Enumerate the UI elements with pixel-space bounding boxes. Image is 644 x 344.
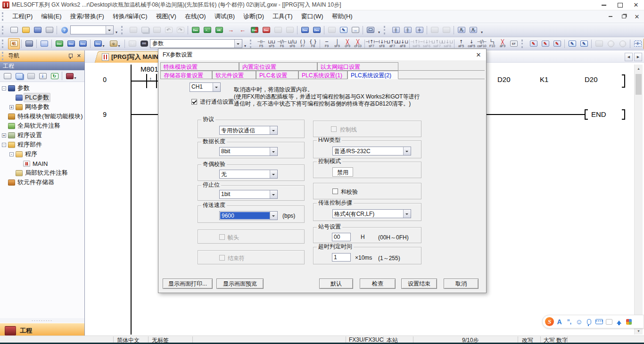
check-button[interactable]: 检查 [360,278,396,289]
dialog-tab-软元件设置[interactable]: 软元件设置 [212,71,256,79]
tree-item-local-device-comment[interactable]: 局部软元件注释 [0,168,84,178]
dialog-tab-存储器容量设置[interactable]: 存储器容量设置 [160,71,212,79]
ladder-symbol-aF9-button[interactable]: ╳aF9 [497,38,508,49]
row-delete-icon[interactable]: ╫ [402,25,413,36]
comment-display-icon[interactable]: 凡 [455,25,467,36]
write-to-plc-icon[interactable]: → [225,25,237,36]
mdi-close-button[interactable]: ✕ [633,13,641,20]
cancel-button[interactable]: 取消 [444,278,479,289]
preview-window-button[interactable]: 显示画面预览 [216,278,264,289]
menu-item-view[interactable]: 视图(V) [152,10,181,23]
ladder-symbol-aF5-button[interactable]: ↑aF5 [456,38,466,49]
dialog-tab-以太网端口设置[interactable]: 以太网端口设置 [317,62,398,71]
scroll-up-icon[interactable]: ▲ [635,65,643,72]
tab-scroll-right-icon[interactable]: ▶ [634,53,642,61]
menu-item-help[interactable]: 帮助(H) [328,10,357,23]
ladder-symbol-caF5-button[interactable]: ↓caF5 [466,38,477,49]
maximize-button[interactable] [612,0,628,10]
ladder-symbol-sF6-button[interactable]: ⊔/⊔sF6 [287,38,297,49]
copy-data-icon[interactable] [13,70,25,82]
collapse-icon[interactable]: - [2,86,6,90]
module-config-icon[interactable] [23,38,35,49]
sort-icon[interactable]: ▾ [64,70,79,82]
data-length-select[interactable]: 8bit [219,147,278,156]
collapse-icon[interactable]: - [2,143,6,147]
read-from-plc-icon[interactable]: ← [237,25,248,36]
wire-mode-icon[interactable]: ⊣⊢ [632,38,644,49]
menu-item-debug[interactable]: 调试(B) [210,10,239,23]
protocol-format-select[interactable]: 格式4(有CR,LF) [332,209,411,218]
ladder-symbol-cF10-button[interactable]: ╳cF10 [353,38,363,49]
row-insert-icon[interactable]: ╫ [390,25,402,36]
dialog-tab-PLC名设置[interactable]: PLC名设置 [256,71,298,79]
emoji-picker-icon[interactable]: ☺ [574,317,584,327]
watch-register-icon[interactable]: Dev [299,25,311,36]
tree-item-program[interactable]: -程序 [0,149,84,159]
ladder-symbol-F6-button[interactable]: ⊣/⊢F6 [277,38,287,49]
ladder-symbol-caF10-button[interactable]: ⊣/⊢caF10 [477,38,487,49]
voice-input-icon[interactable] [584,317,594,327]
tree-item-parameter[interactable]: -参数 [0,83,84,93]
comm-setting-checkbox[interactable] [191,99,197,105]
mdi-minimize-button[interactable] [606,13,615,20]
statement-edit-icon[interactable]: ✎ [566,38,578,49]
dropdown-icon[interactable]: ▾ [102,39,106,49]
punctuation-icon[interactable]: ”, [564,317,574,327]
note-icon[interactable]: ✎ [338,25,349,36]
dropdown-icon[interactable] [270,212,277,220]
jump-icon[interactable]: → [349,25,361,36]
ladder-symbol-cF9-button[interactable]: ╳cF9 [342,38,353,49]
quick-access-combo[interactable] [70,25,114,34]
ladder-symbol-F8-button[interactable]: { }F8 [308,38,318,49]
tree-item-main[interactable]: MAIN [0,159,84,168]
station-input[interactable]: 00 [332,233,351,241]
menu-item-tool[interactable]: 工具(T) [268,10,297,23]
ladder-edit-contact-icon[interactable]: ✎ [539,38,551,49]
dialog-tab-PLC系统设置(2)[interactable]: PLC系统设置(2) [347,71,398,79]
collapse-icon[interactable]: - [9,152,14,156]
hw-type-select[interactable]: 普通/RS-232C [332,147,411,156]
ladder-symbol-F5-button[interactable]: ⊣⊢F5 [256,38,266,49]
dropdown-icon[interactable] [403,147,411,155]
menu-item-window[interactable]: 窗口(W) [297,10,328,23]
data-property-icon[interactable]: i [37,70,49,82]
inline-statement-icon[interactable]: ST [508,38,520,49]
dropdown-icon[interactable] [234,40,242,48]
toolbar-overflow-icon[interactable]: ▾ [242,39,248,49]
statement-display-icon[interactable]: 凡 [467,25,479,36]
scope-search-icon[interactable]: Q▾ [107,38,123,49]
timeout-input[interactable]: 1 [332,253,351,262]
ladder-symbol-sF9-button[interactable]: │sF9 [332,38,342,49]
paste-data-icon[interactable] [25,70,37,82]
tree-item-network-parameter[interactable]: +网络参数 [0,102,84,112]
scrollbar-thumb[interactable] [636,74,642,95]
tree-item-global-device-comment[interactable]: 全局软元件注释 [0,121,84,131]
skin-icon[interactable] [604,317,614,327]
pin-icon[interactable] [68,54,72,58]
ladder-edit-coil-icon[interactable]: ✎ [528,38,539,49]
dropdown-icon[interactable] [270,126,277,134]
ladder-symbol-sF7-button[interactable]: ⊣↑⊢sF7 [366,38,377,49]
toolbar-overflow-icon[interactable]: ▾ [479,25,485,35]
close-button[interactable]: ✕ [628,0,644,10]
nav-close-icon[interactable]: ✕ [77,53,81,59]
project-data-list-icon[interactable]: 铝 [8,38,20,49]
end-setup-button[interactable]: 设置结束 [401,278,437,289]
dialog-close-button[interactable]: ✕ [471,49,486,60]
expand-icon[interactable]: + [9,105,14,109]
minimize-button[interactable] [596,0,612,10]
tab-scroll-left-icon[interactable]: ◀ [625,53,633,61]
dropdown-icon[interactable]: ▾ [74,71,77,81]
cross-reference-icon[interactable]: oo [138,38,150,49]
device-table-icon[interactable]: Dev [65,38,77,49]
column-insert-icon[interactable]: ╪ [413,25,425,36]
menu-item-diagnostics[interactable]: 诊断(D) [239,10,268,23]
english-mode-icon[interactable]: A [554,317,564,327]
mdi-restore-button[interactable] [619,13,628,20]
device-display-icon[interactable]: Dev▾ [92,38,107,49]
menu-item-convert-compile[interactable]: 转换/编译(C) [108,10,152,23]
dropdown-icon[interactable] [213,83,220,91]
print-window-button[interactable]: 显示画面打印... [163,278,213,289]
print-icon[interactable] [43,25,55,36]
ladder-symbol-F10-button[interactable]: └┐F10 [487,38,497,49]
